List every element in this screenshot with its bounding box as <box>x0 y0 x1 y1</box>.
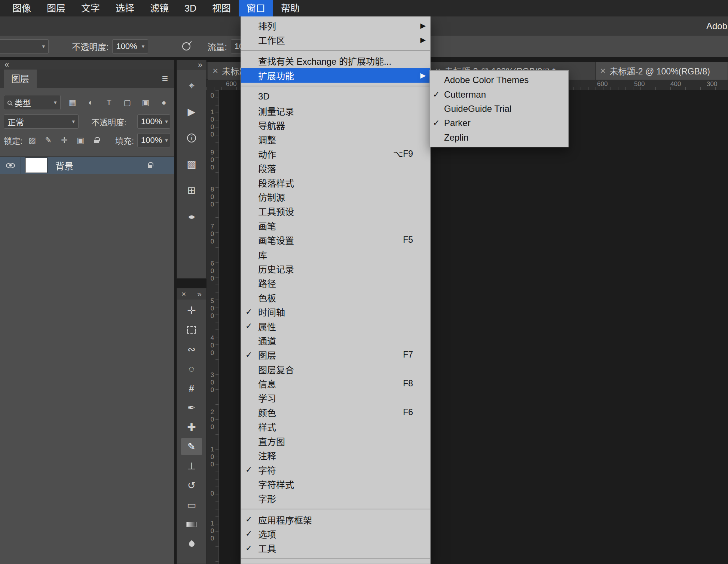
marquee-tool[interactable] <box>181 321 202 338</box>
window-menu-item[interactable]: ✓ 色板 ▶ <box>241 290 430 304</box>
close-icon[interactable]: × <box>600 65 606 77</box>
document-tab-active[interactable]: × 未标题-2 @ 100%(RGB/8) <box>596 62 728 80</box>
window-menu-item[interactable]: ✓ ▶ <box>241 558 430 559</box>
window-menu-item[interactable]: ✓ 注释 ▶ <box>241 448 430 462</box>
airbrush-toggle-button[interactable] <box>180 40 193 53</box>
window-menu-item[interactable]: ✓ 工作区 ▶ <box>241 33 430 47</box>
window-menu-item[interactable]: ✓ 仿制源 ▶ <box>241 190 430 204</box>
window-menu-item[interactable]: ✓ 字形 ▶ <box>241 491 430 506</box>
lock-position-icon[interactable]: ✛ <box>58 134 71 147</box>
window-menu-item[interactable]: ✓ 学习 ▶ <box>241 391 430 405</box>
window-menu-item[interactable]: ✓ 时间轴 ▶ <box>241 304 430 319</box>
brush-tool[interactable]: ✎ <box>181 438 202 455</box>
lock-all-button[interactable] <box>90 134 103 147</box>
crop-tool[interactable]: # <box>181 380 202 397</box>
window-menu-item[interactable]: ✓ 调整 ▶ <box>241 132 430 147</box>
menubar-item-image[interactable]: 图像 <box>4 0 39 16</box>
window-menu-item[interactable]: ✓ 查找有关 Exchange 的扩展功能... ▶ <box>241 54 430 68</box>
gradient-tool[interactable] <box>181 516 202 533</box>
lock-image-pixels-icon[interactable]: ✎ <box>42 134 55 147</box>
window-menu-item[interactable]: ✓ 工具预设 ▶ <box>241 204 430 218</box>
menubar-item-help[interactable]: 帮助 <box>273 0 308 16</box>
layer-thumbnail[interactable] <box>25 158 47 173</box>
window-menu-item[interactable]: ✓ 通道 ▶ <box>241 333 430 347</box>
window-menu-item[interactable]: ✓ 工具 ▶ <box>241 541 430 555</box>
menubar-item-window[interactable]: 窗口 <box>239 0 273 16</box>
window-menu-item[interactable]: ✓ 样式 ▶ <box>241 420 430 434</box>
eyedropper-tool[interactable]: ✒ <box>181 399 202 416</box>
layer-opacity-dropdown[interactable]: 100% ▾ <box>137 114 170 129</box>
window-menu-item[interactable]: ✓ 测量记录 ▶ <box>241 104 430 118</box>
filter-switch-icon[interactable]: ● <box>157 96 170 109</box>
tab-layers[interactable]: 图层 <box>4 70 37 88</box>
window-menu-item[interactable]: ✓ 路径 ▶ <box>241 276 430 290</box>
window-menu-item[interactable]: ✓ 画笔 ▶ <box>241 218 430 233</box>
window-menu-item[interactable]: ✓ 字符样式 ▶ <box>241 477 430 491</box>
window-menu-item[interactable]: ✓ 扩展功能 ▶ <box>241 68 430 82</box>
window-menu-item[interactable]: ✓ 应用程序框架 ▶ <box>241 512 430 527</box>
move-tool[interactable]: ✛ <box>181 302 202 319</box>
window-menu-item[interactable]: ✓ 字符 ▶ <box>241 463 430 477</box>
close-icon[interactable]: × <box>212 65 218 77</box>
window-menu-item[interactable]: ✓ 历史记录 ▶ <box>241 261 430 276</box>
window-menu-item[interactable]: ✓ 图层 F7 ▶ <box>241 348 430 362</box>
lock-transparent-pixels-icon[interactable]: ▨ <box>26 134 39 147</box>
lasso-tool[interactable]: ∾ <box>181 341 202 358</box>
submenu-item[interactable]: ✓ Zeplin <box>430 131 568 145</box>
window-menu-item[interactable]: ✓ 库 ▶ <box>241 247 430 261</box>
close-icon[interactable]: × <box>181 289 186 298</box>
window-menu-item[interactable]: ✓ 图层复合 ▶ <box>241 362 430 376</box>
quick-selection-tool[interactable]: ◌ <box>181 360 202 377</box>
filter-smart-object-icon[interactable]: ▣ <box>139 96 152 109</box>
fill-dropdown[interactable]: 100% ▾ <box>137 133 170 147</box>
blend-mode-dropdown[interactable]: 正常 ▾ <box>4 114 79 129</box>
filter-type-layers-icon[interactable]: T <box>103 96 115 109</box>
window-menu-item[interactable]: ✓ 信息 F8 ▶ <box>241 376 430 390</box>
window-menu-item[interactable]: ✓ 直方图 ▶ <box>241 434 430 448</box>
healing-brush-tool[interactable]: ✚ <box>181 419 202 436</box>
submenu-item[interactable]: ✓ GuideGuide Trial <box>430 102 568 116</box>
window-menu-item[interactable]: ✓ 选项 ▶ <box>241 527 430 541</box>
actions-panel-icon[interactable]: ▶ <box>181 101 202 122</box>
vertical-ruler[interactable]: 010009008007006005004003002001000100 <box>207 90 219 564</box>
grid-panel-icon[interactable]: ⊞ <box>181 180 202 201</box>
menubar-item-3d[interactable]: 3D <box>177 0 204 16</box>
window-menu-item[interactable]: ✓ ▶ <box>241 86 430 86</box>
window-menu-item[interactable]: ✓ 导航器 ▶ <box>241 118 430 132</box>
window-menu-item[interactable]: ✓ 颜色 F6 ▶ <box>241 405 430 419</box>
clone-stamp-tool[interactable]: ⊥ <box>181 457 202 475</box>
window-menu-item[interactable]: ✓ 动作 ⌥F9 ▶ <box>241 147 430 161</box>
brushes-panel-icon[interactable]: ▩ <box>181 154 202 175</box>
collapse-panel-icon[interactable]: « <box>4 60 9 70</box>
layer-row-background[interactable]: 背景 <box>0 156 174 174</box>
filter-shape-layers-icon[interactable]: ▢ <box>121 96 134 109</box>
window-menu-item[interactable]: ✓ 段落 ▶ <box>241 161 430 175</box>
menubar-item-view[interactable]: 视图 <box>204 0 239 16</box>
window-menu-item[interactable]: ✓ 画笔设置 F5 ▶ <box>241 233 430 247</box>
submenu-item[interactable]: ✓ Adobe Color Themes <box>430 73 568 87</box>
menubar-item-layer[interactable]: 图层 <box>39 0 73 16</box>
layer-visibility-toggle[interactable] <box>0 156 21 174</box>
filter-pixel-layers-icon[interactable]: ▦ <box>66 96 79 109</box>
window-menu-item[interactable]: ✓ ▶ <box>241 509 430 509</box>
submenu-item[interactable]: ✓ Parker <box>430 116 568 130</box>
zeplin-panel-icon[interactable]: ● <box>181 206 202 227</box>
window-menu-item[interactable]: ✓ 属性 ▶ <box>241 319 430 333</box>
opacity-dropdown[interactable]: 100% ▾ <box>112 39 148 53</box>
submenu-item[interactable]: ✓ Cutterman <box>430 87 568 101</box>
menubar-item-type[interactable]: 文字 <box>73 0 108 16</box>
eraser-tool[interactable]: ▭ <box>181 496 202 514</box>
window-menu-item[interactable]: ✓ ▶ <box>241 50 430 51</box>
blur-tool[interactable] <box>181 535 202 552</box>
window-menu-item[interactable]: ✓ 3D ▶ <box>241 89 430 104</box>
layer-filter-dropdown[interactable]: 类型 ▾ <box>4 95 61 110</box>
history-brush-tool[interactable]: ↺ <box>181 477 202 494</box>
window-menu-item[interactable]: ✓ 段落样式 ▶ <box>241 175 430 190</box>
brush-preset-dropdown[interactable]: ▾ <box>0 39 49 53</box>
filter-adjustment-layers-icon[interactable]: ◐ <box>85 96 97 109</box>
info-panel-icon[interactable]: i <box>181 128 202 148</box>
menubar-item-filter[interactable]: 滤镜 <box>142 0 177 16</box>
pointer-panel-icon[interactable]: ⌖ <box>181 75 202 96</box>
lock-artboard-icon[interactable]: ▣ <box>74 134 87 147</box>
menubar-item-select[interactable]: 选择 <box>108 0 142 16</box>
